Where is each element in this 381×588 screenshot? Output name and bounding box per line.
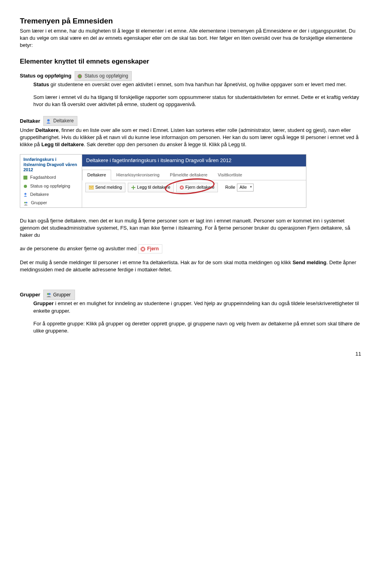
tab-deltakere[interactable]: Deltakere <box>82 170 111 180</box>
tab-hierarki[interactable]: Hierarkisynkronisering <box>111 170 165 180</box>
ss-main: Deltakere i fagetInnføringskurs i itslea… <box>82 155 306 207</box>
ss-course-title: Innføringskurs i itslearning Dragvoll vå… <box>20 155 82 174</box>
ss-toolbar: Send melding Legg til deltakere Fjern de… <box>82 180 306 198</box>
remove-label: Fjern deltakere <box>185 184 214 190</box>
svg-point-2 <box>47 119 50 122</box>
status-paragraph-2: Som lærer i emnet vil du ha tilgang til … <box>33 94 361 108</box>
plus-icon <box>131 186 135 190</box>
grupper-heading: Grupper <box>20 291 40 298</box>
ss-side-3: Grupper <box>31 200 47 205</box>
svg-point-5 <box>25 193 27 195</box>
svg-point-14 <box>48 293 50 295</box>
section-heading: Elementer knyttet til emnets egenskaper <box>20 57 361 66</box>
status-heading: Status og oppfølging <box>20 72 71 79</box>
svg-point-6 <box>24 202 26 203</box>
status-chip: Status og oppfølging <box>75 71 132 81</box>
fjern-chip-label: Fjern <box>147 246 159 252</box>
rolle-select[interactable]: Alle <box>237 184 254 191</box>
fjern-paragraph-1: Du kan også fjerne deltakere, men det er… <box>20 217 361 239</box>
svg-point-7 <box>26 202 27 203</box>
mail-icon <box>89 186 94 190</box>
dashboard-icon <box>23 176 27 180</box>
ss-side-0: Fagdashbord <box>30 175 56 180</box>
send-melding-button[interactable]: Send melding <box>85 183 125 192</box>
sidebar-item-fagdashbord[interactable]: Fagdashbord <box>20 173 82 182</box>
deltaker-heading: Deltaker <box>20 118 40 125</box>
ss-sidebar: Innføringskurs i itslearning Dragvoll vå… <box>20 155 82 207</box>
fjern-p3a: Det er mulig å sende meldinger til perso… <box>20 259 292 265</box>
remove-icon <box>180 186 184 190</box>
sidebar-item-deltakere[interactable]: Deltakere <box>20 190 82 199</box>
group-icon <box>23 201 28 205</box>
ss-bluebar: Deltakere i fagetInnføringskurs i itslea… <box>82 155 306 166</box>
fjern-p2-text: av de personene du ønsker fjerne og avsl… <box>20 246 137 251</box>
deltaker-p1d: Legg til deltakere <box>41 141 84 147</box>
tab-pameldte[interactable]: Påmeldte deltakere <box>165 170 213 180</box>
add-label: Legg til deltakere <box>137 184 170 190</box>
grupper-chip: Grupper <box>43 290 75 300</box>
person-icon <box>23 193 27 197</box>
legg-til-deltakere-button[interactable]: Legg til deltakere <box>128 183 174 192</box>
svg-rect-3 <box>23 176 27 180</box>
ss-tabs: Deltakere Hierarkisynkronisering Påmeldt… <box>82 166 306 180</box>
ss-side-1: Status og oppfølging <box>30 184 70 188</box>
deltaker-p1b: Deltakere <box>35 127 59 133</box>
person-icon <box>46 119 51 124</box>
status-chip-label: Status og oppfølging <box>85 73 128 79</box>
deltakere-screenshot: Innføringskurs i itslearning Dragvoll vå… <box>20 154 306 208</box>
grupper-chip-label: Grupper <box>53 292 71 298</box>
sidebar-item-grupper[interactable]: Grupper <box>20 199 82 207</box>
fjern-chip: Fjern <box>138 244 162 253</box>
send-label: Send melding <box>95 184 122 190</box>
svg-rect-10 <box>131 187 135 188</box>
page-title: Tremenyen på Emnesiden <box>20 16 361 27</box>
deltaker-p1e: . Søk deretter opp den personen du ønske… <box>84 141 246 147</box>
fjern-paragraph-3: Det er mulig å sende meldinger til perso… <box>20 259 361 273</box>
rolle-filter: Rolle Alle <box>225 184 253 191</box>
deltaker-chip-label: Deltakere <box>53 118 73 124</box>
fjern-p3b: Send melding <box>292 259 326 265</box>
grupper-p1b: i emnet er en mulighet for inndeling av … <box>33 300 359 313</box>
ss-side-2: Deltakere <box>30 192 49 197</box>
grupper-p1a: Grupper <box>33 300 54 306</box>
fjern-paragraph-2: av de personene du ønsker fjerne og avsl… <box>20 244 361 253</box>
sidebar-item-status[interactable]: Status og oppfølging <box>20 182 82 190</box>
remove-icon <box>140 246 146 252</box>
status-icon <box>77 74 82 79</box>
intro-paragraph: Som lærer i et emne, har du muligheten t… <box>20 27 361 49</box>
grupper-paragraph-2: For å opprette gruppe: Klikk på grupper … <box>33 320 361 335</box>
group-icon <box>46 292 52 297</box>
status-paragraph-1: Status gir studentene en oversikt over e… <box>33 81 361 88</box>
deltaker-paragraph: Under Deltakere, finner du en liste over… <box>20 127 361 149</box>
status-icon <box>23 184 27 188</box>
status-bold: Status <box>33 81 49 87</box>
fjern-deltakere-button[interactable]: Fjern deltakere <box>176 183 218 192</box>
status-p1-rest: gir studentene en oversikt over egen akt… <box>49 81 346 87</box>
deltaker-chip: Deltakere <box>43 116 77 126</box>
deltaker-p1a: Under <box>20 127 35 133</box>
rolle-label: Rolle <box>225 184 235 190</box>
grupper-paragraph-1: Grupper i emnet er en mulighet for innde… <box>33 300 361 314</box>
svg-point-4 <box>24 185 27 188</box>
tab-visittkort[interactable]: Visittkortliste <box>213 170 248 180</box>
page-number: 11 <box>20 350 361 358</box>
